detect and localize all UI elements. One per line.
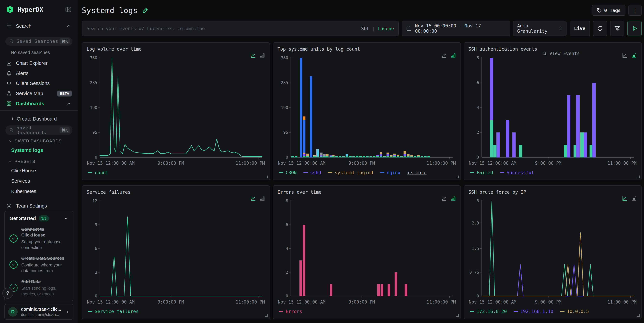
legend-label: 192.168.1.10 [520, 309, 553, 314]
resize-handle[interactable] [265, 314, 268, 317]
resize-handle[interactable] [456, 314, 459, 317]
sidebar-item-kubernetes[interactable]: Kubernetes [0, 186, 78, 197]
chart-title: Service failures [86, 189, 130, 195]
get-started-step[interactable]: Create Data Sources Configure where your… [10, 255, 68, 273]
saved-searches-placeholder: Saved Searches [16, 39, 60, 44]
legend-label: Successful [507, 170, 534, 175]
chart-plot-area[interactable]: 036912Nov 15 12:00:00 AM9:00:00 PM11:00:… [86, 198, 265, 306]
sidebar-collapse-icon[interactable] [65, 6, 72, 13]
live-button[interactable]: Live [570, 21, 590, 36]
tags-button[interactable]: 0 Tags [592, 5, 626, 16]
legend-item[interactable]: Service failures [88, 309, 139, 314]
edit-pencil-icon[interactable] [142, 7, 148, 13]
run-query-button[interactable] [628, 21, 642, 36]
chart-plot-area[interactable]: 00.751.52.33Nov 15 12:00:00 AM9:00:00 PM… [468, 198, 637, 306]
saved-searches-input[interactable]: Saved Searches ⌘K [6, 37, 72, 46]
check-circle-icon [10, 234, 18, 243]
sidebar-item-systemd-logs[interactable]: Systemd logs [0, 145, 78, 155]
chart-plot-area[interactable]: 02468Nov 15 12:00:00 AM9:00:00 PM11:00:0… [468, 55, 637, 167]
svg-text:0: 0 [286, 155, 288, 160]
legend-item[interactable]: nginx [380, 170, 400, 175]
svg-text:6: 6 [477, 80, 479, 85]
lucene-toggle[interactable]: Lucene [378, 26, 394, 31]
svg-text:11:00:00 PM: 11:00:00 PM [608, 299, 636, 304]
sidebar-item-service-map[interactable]: Service Map BETA [0, 89, 78, 99]
sidebar-item-clickhouse[interactable]: ClickHouse [0, 166, 78, 176]
legend-item[interactable]: Failed [470, 170, 493, 175]
chart-legend: FailedSuccessful [468, 167, 637, 178]
sidebar-item-search[interactable]: Search [0, 21, 78, 31]
plus-icon: + [11, 116, 14, 122]
refresh-button[interactable] [593, 21, 607, 36]
time-range-picker[interactable]: Nov 15 00:00:00 - Nov 17 00:00:00 [402, 21, 510, 36]
tags-label: 0 Tags [604, 8, 621, 13]
svg-text:190: 190 [281, 105, 288, 110]
get-started-step[interactable]: Connect to ClickHouse Set up your databa… [10, 226, 68, 250]
dashboards-icon [6, 101, 12, 107]
event-search-input[interactable]: Search your events w/ Lucene ex. column:… [82, 21, 399, 36]
chart-plot-area[interactable]: 02468Nov 15 12:00:00 AM9:00:00 PM11:00:0… [278, 198, 456, 306]
resize-handle[interactable] [456, 176, 459, 178]
create-dashboard-label: Create Dashboard [17, 116, 57, 122]
sidebar-item-services[interactable]: Services [0, 176, 78, 186]
legend-label: nginx [387, 170, 400, 175]
chart-legend: CRONsshdsystemd-logindnginx+3 more [278, 167, 456, 178]
svg-text:190: 190 [90, 105, 97, 110]
chevron-up-icon[interactable] [64, 216, 68, 221]
chart-plot-area[interactable]: 095190285380Nov 15 12:00:00 AM9:00:00 PM… [278, 55, 456, 167]
more-menu-button[interactable]: ⋮ [628, 5, 642, 16]
filter-bar: Search your events w/ Lucene ex. column:… [82, 21, 642, 36]
create-dashboard-button[interactable]: + Create Dashboard [0, 112, 78, 123]
bell-icon [6, 70, 12, 76]
legend-dash [470, 311, 474, 312]
search-icon [9, 128, 14, 133]
section-presets[interactable]: PRESETS [0, 155, 78, 166]
filter-button[interactable] [610, 21, 624, 36]
refresh-icon [597, 25, 603, 32]
user-name: dominic.tran@clic... [21, 307, 61, 312]
search-placeholder: Search your events w/ Lucene ex. column:… [86, 26, 361, 31]
legend-more-link[interactable]: +3 more [407, 170, 426, 175]
resize-handle[interactable] [265, 176, 268, 178]
get-started-panel: Get Started 3/3 Connect to ClickHouse Se… [4, 211, 74, 301]
section-saved-dashboards[interactable]: SAVED DASHBOARDS [0, 135, 78, 145]
sidebar-item-chart-explorer[interactable]: Chart Explorer [0, 58, 78, 68]
user-menu[interactable]: D dominic.tran@clic... dominic.tran@clic… [4, 304, 74, 319]
sidebar-item-dashboards[interactable]: Dashboards [0, 99, 78, 109]
legend-item[interactable]: Successful [500, 170, 534, 175]
help-button[interactable]: ? [2, 288, 13, 299]
step-desc: Start sending logs, metrics, or traces [21, 285, 68, 297]
chart-title: SSH brute force by IP [468, 189, 526, 195]
sidebar-item-label: Search [16, 23, 32, 29]
legend-item[interactable]: sshd [304, 170, 321, 175]
sidebar-item-client-sessions[interactable]: Client Sessions [0, 78, 78, 89]
legend-item[interactable]: Errors [279, 309, 302, 314]
sidebar-item-team-settings[interactable]: Team Settings [0, 201, 78, 211]
get-started-step[interactable]: Add Data Start sending logs, metrics, or… [10, 279, 68, 297]
legend-item[interactable]: 10.0.0.5 [560, 309, 589, 314]
step-title: Connect to ClickHouse [21, 226, 68, 238]
saved-dashboards-input[interactable]: Saved Dashboards ⌘K [6, 125, 72, 135]
granularity-select[interactable]: Auto Granularity [513, 21, 566, 36]
legend-item[interactable]: systemd-logind [328, 170, 373, 175]
svg-text:285: 285 [281, 80, 288, 85]
search-icon [9, 39, 14, 44]
view-events-link[interactable]: View Events [542, 51, 580, 56]
resize-handle[interactable] [637, 176, 640, 178]
calendar-icon [406, 26, 412, 31]
check-circle-icon [10, 260, 18, 269]
svg-text:11:00:00 PM: 11:00:00 PM [427, 161, 456, 166]
chart-explorer-icon [6, 61, 12, 66]
legend-item[interactable]: 172.16.0.20 [470, 309, 507, 314]
legend-item[interactable]: CRON [279, 170, 297, 175]
svg-text:2: 2 [477, 130, 479, 135]
legend-label: systemd-logind [335, 170, 373, 175]
legend-item[interactable]: 192.168.1.10 [514, 309, 553, 314]
svg-text:3: 3 [477, 199, 479, 203]
chart-plot-area[interactable]: 095190285380Nov 15 12:00:00 AM9:00:00 PM… [86, 55, 265, 167]
sidebar-item-alerts[interactable]: Alerts [0, 68, 78, 79]
sidebar-item-label: Chart Explorer [16, 61, 48, 66]
legend-item[interactable]: count [88, 170, 108, 175]
sql-toggle[interactable]: SQL [361, 26, 369, 31]
resize-handle[interactable] [637, 314, 640, 317]
